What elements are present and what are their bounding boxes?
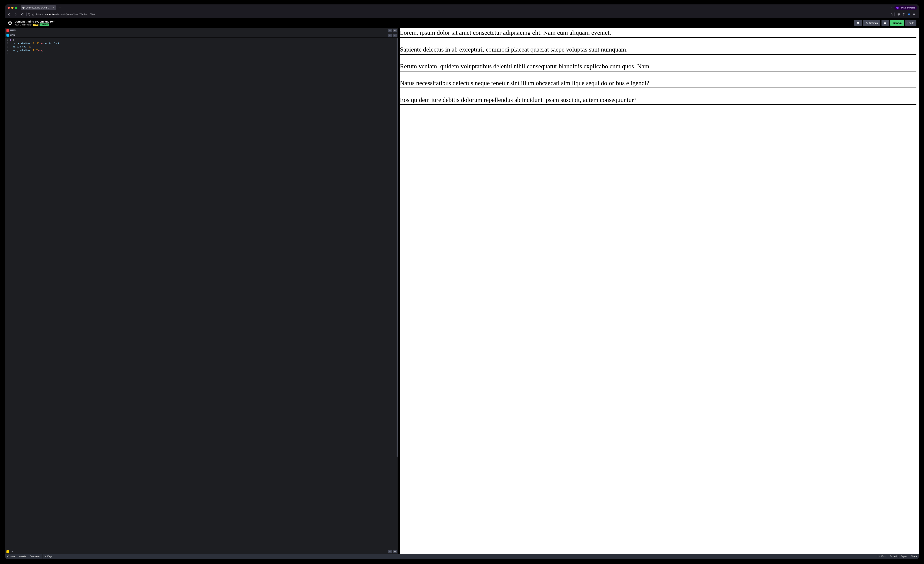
back-button[interactable] bbox=[6, 12, 12, 17]
preview-paragraph: Eos quidem iure debitis dolorum repellen… bbox=[400, 96, 916, 105]
app-menu-button[interactable] bbox=[912, 12, 917, 17]
svg-rect-12 bbox=[884, 23, 885, 24]
editor-scrollbar[interactable] bbox=[397, 38, 398, 549]
js-panel: JS bbox=[5, 549, 398, 554]
scrollbar-thumb[interactable] bbox=[397, 38, 398, 457]
pen-author[interactable]: Josh Collinsworth bbox=[15, 24, 32, 26]
window-minimize-button[interactable] bbox=[11, 7, 14, 9]
css-editor[interactable]: 1p { 2 border-bottom: 0.125rem solid bla… bbox=[5, 38, 398, 549]
extension-button-1[interactable] bbox=[901, 12, 906, 17]
lock-icon bbox=[32, 13, 35, 15]
css-panel: CSS 1p { 2 border-bottom: 0.125rem solid… bbox=[5, 33, 398, 549]
js-panel-header[interactable]: JS bbox=[5, 549, 398, 554]
fork-button[interactable]: ⑂ Fork bbox=[877, 555, 888, 558]
embed-button[interactable]: Embed bbox=[888, 555, 898, 558]
private-browsing-label: Private browsing bbox=[900, 7, 915, 9]
codepen-logo[interactable] bbox=[8, 21, 12, 25]
codepen-favicon bbox=[22, 6, 25, 9]
browser-toolbar: https://codepen.io/collinsworth/pen/WNyv… bbox=[5, 11, 919, 18]
gear-icon bbox=[866, 22, 868, 24]
pen-title: Demonstrating px, em and rem bbox=[15, 20, 55, 23]
js-panel-options-button[interactable] bbox=[388, 550, 392, 553]
pen-title-block: Demonstrating px, em and rem Josh Collin… bbox=[15, 20, 55, 26]
svg-rect-11 bbox=[884, 22, 886, 22]
tabs-dropdown-button[interactable] bbox=[888, 5, 893, 10]
new-tab-button[interactable]: ＋ bbox=[57, 5, 62, 10]
settings-button[interactable]: Settings bbox=[863, 20, 880, 26]
html-icon bbox=[6, 29, 9, 32]
html-panel-options-button[interactable] bbox=[388, 29, 392, 32]
preview-pane: Lorem, ipsum dolor sit amet consectetur … bbox=[400, 28, 919, 554]
svg-rect-3 bbox=[33, 14, 34, 15]
html-panel: HTML bbox=[5, 28, 398, 33]
love-button[interactable] bbox=[854, 20, 862, 26]
signup-button[interactable]: Sign Up bbox=[890, 20, 904, 26]
css-panel-options-button[interactable] bbox=[388, 34, 392, 37]
change-view-button[interactable] bbox=[882, 20, 889, 26]
reload-button[interactable] bbox=[20, 12, 25, 17]
extension-button-2[interactable] bbox=[906, 12, 912, 17]
css-panel-collapse-button[interactable] bbox=[393, 34, 397, 37]
svg-point-15 bbox=[390, 35, 390, 36]
preview-paragraph: Lorem, ipsum dolor sit amet consectetur … bbox=[400, 29, 916, 38]
comments-button[interactable]: Comments bbox=[28, 554, 42, 559]
js-panel-collapse-button[interactable] bbox=[393, 550, 397, 553]
css-icon bbox=[6, 34, 9, 37]
tab-close-button[interactable]: ✕ bbox=[52, 6, 54, 9]
svg-point-16 bbox=[390, 551, 390, 552]
css-panel-header[interactable]: CSS bbox=[5, 33, 398, 38]
window-close-button[interactable] bbox=[8, 7, 10, 9]
browser-tab-title: Demonstrating px, em and rem bbox=[26, 6, 51, 9]
follow-button[interactable]: + Follow bbox=[39, 24, 49, 26]
bookmark-star-icon[interactable] bbox=[890, 13, 893, 16]
svg-point-5 bbox=[904, 14, 904, 15]
svg-rect-13 bbox=[885, 23, 886, 24]
share-button[interactable]: Share bbox=[909, 555, 919, 558]
pro-badge: PRO bbox=[33, 24, 39, 26]
codepen-main: HTML CSS bbox=[5, 28, 919, 554]
preview-paragraph: Natus necessitatibus delectus neque tene… bbox=[400, 79, 916, 88]
svg-point-14 bbox=[390, 30, 390, 31]
browser-window: Demonstrating px, em and rem ✕ ＋ Private… bbox=[5, 4, 919, 559]
codepen-header: Demonstrating px, em and rem Josh Collin… bbox=[5, 18, 919, 28]
preview-paragraph: Rerum veniam, quidem voluptatibus deleni… bbox=[400, 63, 916, 72]
browser-tab[interactable]: Demonstrating px, em and rem ✕ bbox=[21, 5, 56, 10]
settings-label: Settings bbox=[869, 22, 878, 24]
header-actions: Settings Sign Up Log In bbox=[854, 20, 916, 26]
shortcuts-button[interactable]: ⌘ Keys bbox=[42, 554, 54, 559]
mask-icon bbox=[896, 7, 899, 9]
url-text: https://codepen.io/collinsworth/pen/WNyv… bbox=[36, 13, 95, 16]
shield-icon bbox=[28, 13, 31, 16]
forward-button[interactable] bbox=[13, 12, 18, 17]
html-panel-header[interactable]: HTML bbox=[5, 28, 398, 33]
preview-body: Lorem, ipsum dolor sit amet consectetur … bbox=[400, 28, 919, 113]
export-button[interactable]: Export bbox=[898, 555, 909, 558]
svg-point-10 bbox=[866, 22, 867, 23]
browser-tab-strip: Demonstrating px, em and rem ✕ ＋ Private… bbox=[5, 4, 919, 11]
editor-column: HTML CSS bbox=[5, 28, 400, 554]
window-maximize-button[interactable] bbox=[15, 7, 17, 9]
assets-button[interactable]: Assets bbox=[17, 554, 28, 559]
js-icon bbox=[6, 551, 9, 553]
preview-paragraph: Sapiente delectus in ab excepturi, commo… bbox=[400, 46, 916, 55]
html-panel-collapse-button[interactable] bbox=[393, 29, 397, 32]
codepen-footer: Console Assets Comments ⌘ Keys ⑂ Fork Em… bbox=[5, 554, 919, 559]
css-panel-label: CSS bbox=[10, 34, 15, 37]
console-button[interactable]: Console bbox=[5, 554, 17, 559]
js-panel-label: JS bbox=[10, 551, 13, 553]
address-bar[interactable]: https://codepen.io/collinsworth/pen/WNyv… bbox=[26, 12, 895, 17]
html-panel-label: HTML bbox=[10, 29, 16, 32]
save-to-pocket-button[interactable] bbox=[896, 12, 901, 17]
login-button[interactable]: Log In bbox=[905, 20, 916, 26]
window-controls bbox=[8, 7, 17, 9]
private-browsing-badge: Private browsing bbox=[894, 6, 917, 10]
